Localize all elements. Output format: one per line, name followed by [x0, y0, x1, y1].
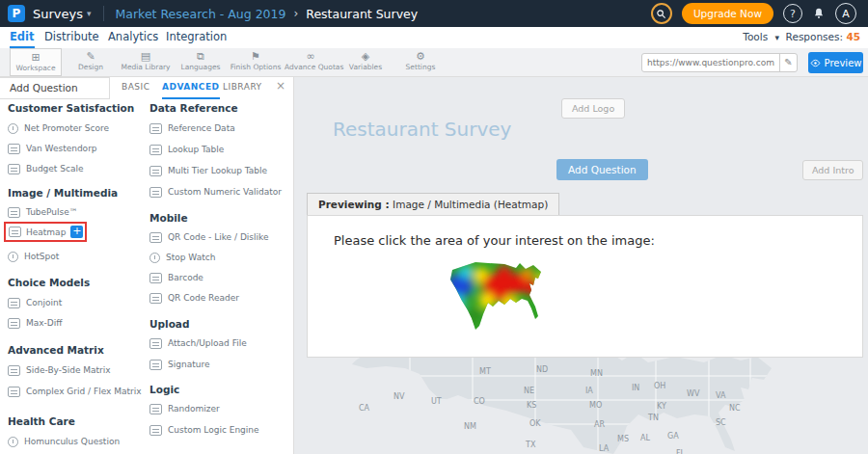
question-type-signature[interactable]: Signature	[149, 357, 209, 372]
question-type-max-diff[interactable]: Max-Diff	[8, 315, 63, 331]
upgrade-now-button[interactable]: Upgrade Now	[682, 3, 773, 24]
question-type-van-westendorp[interactable]: Van Westendorp	[8, 141, 97, 156]
question-type-conjoint[interactable]: Conjoint	[8, 295, 62, 310]
toolbar-item-finish-options[interactable]: ⚑ Finish Options	[230, 48, 282, 76]
question-type-custom-logic-engine[interactable]: Custom Logic Engine	[149, 422, 259, 438]
question-type-label: Heatmap	[26, 227, 66, 237]
add-heatmap-plus-button[interactable]: +	[70, 226, 83, 238]
question-type-hotspot[interactable]: HotSpot	[8, 249, 59, 264]
question-type-qr-code-reader[interactable]: QR Code Reader	[149, 290, 239, 306]
toolbar-item-languages[interactable]: ⧉ Languages	[175, 48, 227, 76]
question-type-label: Budget Scale	[26, 164, 83, 174]
add-intro-button[interactable]: Add Intro	[802, 160, 863, 180]
survey-nav: Edit Distribute Analytics Integration To…	[0, 27, 868, 48]
preview-button[interactable]: Preview	[808, 52, 863, 73]
question-type-side-by-side-matrix[interactable]: Side-By-Side Matrix	[8, 362, 111, 378]
user-avatar[interactable]: A	[835, 3, 856, 24]
question-type-randomizer[interactable]: Randomizer	[149, 401, 220, 416]
question-type-label: Net Promoter Score	[24, 123, 109, 133]
question-type-complex-grid[interactable]: Complex Grid / Flex Matrix	[8, 384, 142, 399]
stopwatch-icon	[149, 253, 160, 263]
state-label-ga: GA	[667, 432, 679, 441]
state-label-la: LA	[599, 444, 609, 453]
question-type-label: Multi Tier Lookup Table	[168, 166, 267, 175]
toolbar-item-media-library[interactable]: ▤ Media Library	[120, 48, 172, 76]
questionpro-logo[interactable]: P	[8, 5, 25, 22]
survey-url-input[interactable]	[642, 58, 779, 67]
media-library-icon: ▤	[120, 50, 172, 63]
toolbar-item-variables[interactable]: ◈ Variables	[339, 48, 392, 76]
edit-url-pencil-icon[interactable]: ✎	[779, 54, 797, 71]
question-type-lookup-table[interactable]: Lookup Table	[149, 142, 224, 157]
tools-menu[interactable]: Tools ▾	[743, 27, 779, 48]
state-label-mn: MN	[590, 369, 603, 378]
state-label-tn: TN	[648, 414, 659, 422]
section-logic: Logic	[149, 384, 179, 395]
question-type-label: HotSpot	[24, 252, 59, 261]
qr-scanner-icon	[149, 293, 162, 304]
panel-tab-library[interactable]: LIBRARY	[223, 77, 262, 99]
toolbar-item-advance-quotas[interactable]: ∞ Advance Quotas	[285, 48, 337, 76]
question-type-budget-scale[interactable]: Budget Scale	[8, 161, 83, 176]
state-label-sc: SC	[716, 418, 726, 427]
panel-title: Add Question	[0, 77, 110, 99]
question-type-net-promoter-score[interactable]: Net Promoter Score	[8, 120, 109, 136]
us-map-graphic	[328, 347, 849, 454]
responses-link[interactable]: Responses: 45	[786, 27, 860, 48]
panel-tab-advanced[interactable]: ADVANCED	[162, 77, 220, 99]
state-label-al: AL	[640, 434, 650, 442]
toolbar-item-design[interactable]: ✎ Design	[65, 48, 117, 76]
tab-edit[interactable]: Edit	[10, 27, 35, 48]
help-icon[interactable]: ?	[783, 4, 802, 23]
question-type-qr-like-dislike[interactable]: QR Code - Like / Dislike	[149, 229, 268, 245]
nps-gauge-icon	[8, 123, 18, 134]
target-icon	[8, 252, 18, 262]
toolbar-item-workspace[interactable]: ⊞ Workspace	[10, 48, 62, 76]
add-logo-button[interactable]: Add Logo	[561, 98, 625, 119]
workspace-icon: ⊞	[11, 51, 61, 64]
state-label-tx: TX	[526, 441, 535, 449]
breadcrumb-project[interactable]: Market Research - Aug 2019	[116, 7, 286, 21]
question-type-custom-numeric-validator[interactable]: Custom Numeric Validator	[149, 184, 282, 200]
state-label-mt: MT	[479, 367, 491, 376]
breadcrumb-survey[interactable]: Restaurant Survey	[306, 7, 418, 21]
advance-quotas-icon: ∞	[285, 50, 337, 63]
state-label-ca: CA	[359, 404, 369, 413]
question-type-attach-upload-file[interactable]: Attach/Upload File	[149, 335, 247, 351]
matrix-icon	[8, 365, 20, 376]
question-type-label: Randomizer	[168, 404, 220, 414]
question-type-reference-data[interactable]: Reference Data	[149, 120, 235, 136]
tab-distribute[interactable]: Distribute	[44, 27, 99, 48]
question-type-label: Barcode	[168, 273, 203, 282]
tab-integration[interactable]: Integration	[166, 27, 227, 48]
question-type-multi-tier-lookup[interactable]: Multi Tier Lookup Table	[149, 163, 267, 178]
question-type-heatmap-highlighted[interactable]: Heatmap +	[4, 222, 87, 242]
add-question-panel: Add Question BASIC ADVANCED LIBRARY × Cu…	[0, 77, 294, 454]
question-type-barcode[interactable]: Barcode	[149, 270, 203, 285]
add-question-button[interactable]: Add Question	[556, 159, 648, 180]
heatmap-usa-image[interactable]	[447, 258, 560, 334]
chart-icon	[8, 144, 20, 154]
notifications-bell-icon[interactable]	[812, 7, 826, 20]
question-type-tubepulse[interactable]: TubePulse™	[8, 204, 78, 220]
state-label-ia: IA	[585, 387, 593, 395]
grid-icon	[8, 298, 20, 308]
qr-code-icon	[149, 232, 162, 243]
preview-label: Preview	[825, 58, 862, 68]
panel-tab-basic[interactable]: BASIC	[122, 77, 149, 99]
question-type-homunculus[interactable]: Homunculus Question	[8, 434, 120, 449]
product-switcher[interactable]: Surveys	[33, 7, 83, 21]
search-icon[interactable]	[651, 3, 672, 24]
tab-analytics[interactable]: Analytics	[108, 27, 158, 48]
question-type-stop-watch[interactable]: Stop Watch	[149, 250, 215, 265]
state-label-nm: NM	[464, 422, 476, 431]
image-icon	[9, 227, 21, 237]
close-icon[interactable]: ×	[276, 79, 285, 93]
question-type-label: Side-By-Side Matrix	[26, 365, 111, 375]
toolbar-item-settings[interactable]: ⚙ Settings	[394, 48, 447, 76]
section-choice-models: Choice Models	[8, 277, 90, 288]
branch-icon	[149, 425, 162, 436]
validator-icon	[149, 187, 162, 198]
survey-title[interactable]: Restaurant Survey	[333, 118, 511, 141]
section-image-multimedia: Image / Multimedia	[8, 187, 118, 199]
